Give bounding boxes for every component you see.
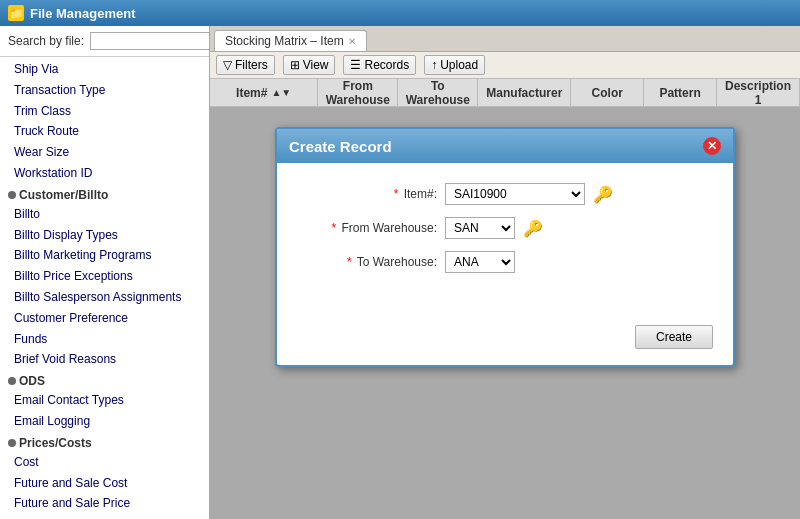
tab-close-icon[interactable]: ✕ bbox=[348, 36, 356, 47]
sidebar-item-billto-price-exceptions[interactable]: Billto Price Exceptions bbox=[0, 266, 209, 287]
th-manufacturer: Manufacturer bbox=[478, 79, 571, 106]
form-row-item: * Item#: SAI10900 🔑 bbox=[307, 183, 703, 205]
th-color: Color bbox=[571, 79, 644, 106]
required-star-2: * bbox=[331, 221, 336, 235]
item-select[interactable]: SAI10900 bbox=[445, 183, 585, 205]
sidebar-item-trim-class[interactable]: Trim Class bbox=[0, 101, 209, 122]
from-warehouse-select[interactable]: SAN ANA LAX NYC bbox=[445, 217, 515, 239]
sidebar-item-minimum-order-charges[interactable]: Minimum Order Charges bbox=[0, 514, 209, 519]
sidebar-item-customer-billto[interactable]: Customer/Billto bbox=[0, 184, 209, 204]
sidebar-item-billto-display-types[interactable]: Billto Display Types bbox=[0, 225, 209, 246]
search-bar: Search by file: bbox=[0, 26, 209, 57]
th-to-warehouse: To Warehouse bbox=[398, 79, 478, 106]
upload-icon: ↑ bbox=[431, 58, 437, 72]
content-body: Create Record ✕ * Item#: bbox=[210, 107, 800, 519]
create-record-modal: Create Record ✕ * Item#: bbox=[275, 127, 735, 367]
records-button[interactable]: ☰ Records bbox=[343, 55, 416, 75]
sidebar-item-email-contact-types[interactable]: Email Contact Types bbox=[0, 390, 209, 411]
sidebar-item-future-sale-price[interactable]: Future and Sale Price bbox=[0, 493, 209, 514]
required-star-3: * bbox=[347, 255, 352, 269]
create-button[interactable]: Create bbox=[635, 325, 713, 349]
search-input[interactable] bbox=[90, 32, 210, 50]
sidebar-item-billto[interactable]: Billto bbox=[0, 204, 209, 225]
th-from-warehouse: From Warehouse bbox=[318, 79, 398, 106]
category-dot bbox=[8, 439, 16, 447]
sidebar-item-brief-void-reasons[interactable]: Brief Void Reasons bbox=[0, 349, 209, 370]
form-row-to-warehouse: * To Warehouse: ANA SAN LAX NYC bbox=[307, 251, 703, 273]
sidebar-item-ship-via[interactable]: Ship Via bbox=[0, 59, 209, 80]
to-warehouse-select[interactable]: ANA SAN LAX NYC bbox=[445, 251, 515, 273]
sidebar-item-ods[interactable]: ODS bbox=[0, 370, 209, 390]
th-item[interactable]: Item# ▲▼ bbox=[210, 79, 318, 106]
modal-body: * Item#: SAI10900 🔑 * bbox=[277, 163, 733, 315]
table-header: Item# ▲▼ From Warehouse To Warehouse Man… bbox=[210, 79, 800, 107]
item-key-icon: 🔑 bbox=[593, 185, 613, 204]
sidebar-item-email-logging[interactable]: Email Logging bbox=[0, 411, 209, 432]
th-pattern: Pattern bbox=[644, 79, 717, 106]
modal-title: Create Record bbox=[289, 138, 392, 155]
app-icon: 📁 bbox=[8, 5, 24, 21]
view-button[interactable]: ⊞ View bbox=[283, 55, 336, 75]
from-warehouse-key-icon: 🔑 bbox=[523, 219, 543, 238]
search-label: Search by file: bbox=[8, 34, 84, 48]
modal-footer: Create bbox=[277, 315, 733, 365]
title-bar: 📁 File Management bbox=[0, 0, 800, 26]
category-label: ODS bbox=[19, 374, 45, 388]
category-dot bbox=[8, 191, 16, 199]
th-description1: Description 1 bbox=[717, 79, 800, 106]
sidebar-item-prices-costs[interactable]: Prices/Costs bbox=[0, 432, 209, 452]
category-label: Prices/Costs bbox=[19, 436, 92, 450]
sidebar-item-billto-salesperson-assignments[interactable]: Billto Salesperson Assignments bbox=[0, 287, 209, 308]
sidebar-item-wear-size[interactable]: Wear Size bbox=[0, 142, 209, 163]
modal-overlay: Create Record ✕ * Item#: bbox=[210, 107, 800, 519]
main-container: Search by file: Ship ViaTransaction Type… bbox=[0, 26, 800, 519]
modal-close-button[interactable]: ✕ bbox=[703, 137, 721, 155]
to-warehouse-label: * To Warehouse: bbox=[307, 255, 437, 269]
category-label: Customer/Billto bbox=[19, 188, 108, 202]
required-star: * bbox=[394, 187, 399, 201]
sidebar: Search by file: Ship ViaTransaction Type… bbox=[0, 26, 210, 519]
toolbar: ▽ Filters ⊞ View ☰ Records ↑ Upload bbox=[210, 52, 800, 79]
filters-button[interactable]: ▽ Filters bbox=[216, 55, 275, 75]
content-area: Stocking Matrix – Item ✕ ▽ Filters ⊞ Vie… bbox=[210, 26, 800, 519]
records-icon: ☰ bbox=[350, 58, 361, 72]
app-title: File Management bbox=[30, 6, 135, 21]
sidebar-item-truck-route[interactable]: Truck Route bbox=[0, 121, 209, 142]
sidebar-item-customer-preference[interactable]: Customer Preference bbox=[0, 308, 209, 329]
category-dot bbox=[8, 377, 16, 385]
item-label: * Item#: bbox=[307, 187, 437, 201]
sidebar-item-workstation-id[interactable]: Workstation ID bbox=[0, 163, 209, 184]
sidebar-item-transaction-type[interactable]: Transaction Type bbox=[0, 80, 209, 101]
sort-icon: ▲▼ bbox=[271, 87, 291, 98]
upload-button[interactable]: ↑ Upload bbox=[424, 55, 485, 75]
sidebar-list: Ship ViaTransaction TypeTrim ClassTruck … bbox=[0, 57, 209, 519]
from-warehouse-label: * From Warehouse: bbox=[307, 221, 437, 235]
modal-header: Create Record ✕ bbox=[277, 129, 733, 163]
filter-icon: ▽ bbox=[223, 58, 232, 72]
view-icon: ⊞ bbox=[290, 58, 300, 72]
sidebar-item-billto-marketing-programs[interactable]: Billto Marketing Programs bbox=[0, 245, 209, 266]
sidebar-item-cost[interactable]: Cost bbox=[0, 452, 209, 473]
tab-stocking-matrix-item[interactable]: Stocking Matrix – Item ✕ bbox=[214, 30, 367, 51]
sidebar-item-future-sale-cost[interactable]: Future and Sale Cost bbox=[0, 473, 209, 494]
sidebar-item-funds[interactable]: Funds bbox=[0, 329, 209, 350]
tab-bar: Stocking Matrix – Item ✕ bbox=[210, 26, 800, 52]
form-row-from-warehouse: * From Warehouse: SAN ANA LAX NYC 🔑 bbox=[307, 217, 703, 239]
tab-label: Stocking Matrix – Item bbox=[225, 34, 344, 48]
